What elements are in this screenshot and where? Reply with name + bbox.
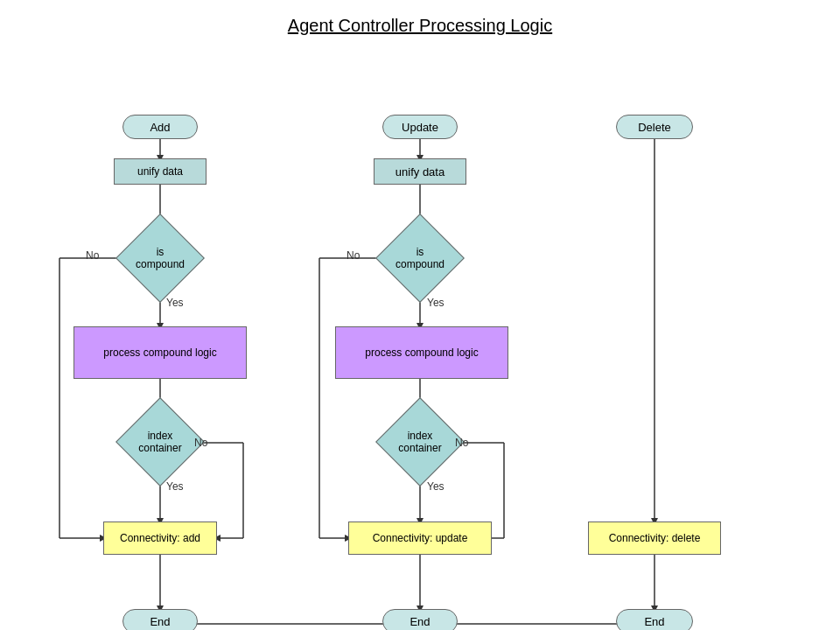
update-is-compound: is compound xyxy=(388,227,452,290)
delete-start: Delete xyxy=(616,115,693,139)
add-index-yes-label: Yes xyxy=(166,480,184,493)
page-title: Agent Controller Processing Logic xyxy=(0,0,840,45)
add-unify: unify data xyxy=(114,158,206,185)
add-is-compound: is compound xyxy=(129,227,192,290)
delete-connectivity: Connectivity: delete xyxy=(588,522,721,555)
update-index-no-label: No xyxy=(455,437,468,449)
add-is-compound-no-label: No xyxy=(86,249,99,262)
update-connectivity: Connectivity: update xyxy=(348,522,492,555)
add-process-compound: process compound logic xyxy=(74,326,247,379)
update-process-compound: process compound logic xyxy=(335,326,508,379)
add-index-container: index container xyxy=(129,410,192,473)
diagram: Add unify data is compound No Yes proces… xyxy=(0,45,840,630)
update-start: Update xyxy=(382,115,458,139)
add-start: Add xyxy=(122,115,198,139)
update-is-compound-no-label: No xyxy=(346,249,360,262)
delete-end: End xyxy=(616,609,693,630)
update-is-compound-yes-label: Yes xyxy=(427,297,444,309)
add-index-no-label: No xyxy=(194,437,207,449)
add-end: End xyxy=(122,609,198,630)
add-connectivity: Connectivity: add xyxy=(103,522,217,555)
update-index-yes-label: Yes xyxy=(427,480,444,493)
add-is-compound-yes-label: Yes xyxy=(166,297,184,309)
update-unify: unify data xyxy=(374,158,466,185)
update-end: End xyxy=(382,609,458,630)
update-index-container: index container xyxy=(388,410,452,473)
